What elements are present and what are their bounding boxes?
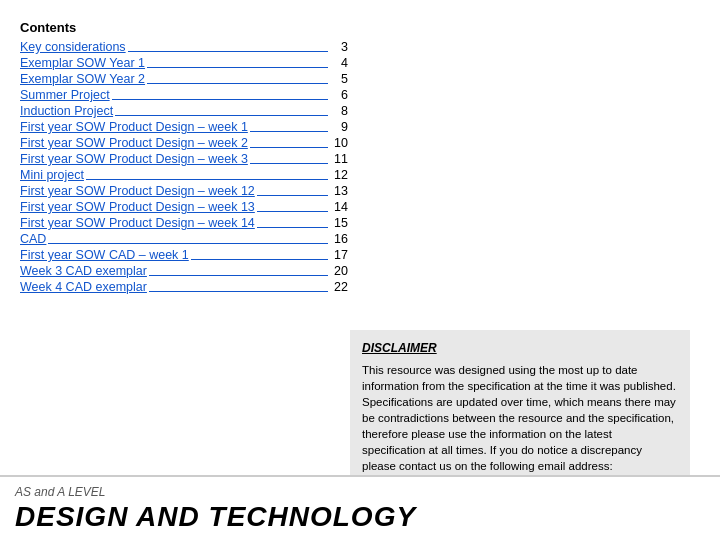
toc-item-cell: Exemplar SOW Year 2 [20,71,330,87]
toc-page-number: 6 [330,87,350,103]
toc-dots [115,115,328,116]
toc-item-cell: Summer Project [20,87,330,103]
toc-row: First year SOW Product Design – week 210 [20,135,350,151]
toc-row: First year SOW Product Design – week 19 [20,119,350,135]
toc-item-cell: Exemplar SOW Year 1 [20,55,330,71]
toc-row: Key considerations3 [20,39,350,55]
toc-page-number: 4 [330,55,350,71]
footer: AS and A LEVEL DESIGN AND TECHNOLOGY [0,475,720,540]
toc-dots [128,51,328,52]
toc-item-cell: First year SOW Product Design – week 1 [20,119,330,135]
toc-link[interactable]: Summer Project [20,88,110,102]
toc-page-number: 16 [330,231,350,247]
toc-page-number: 17 [330,247,350,263]
toc-link[interactable]: Induction Project [20,104,113,118]
toc-dots [257,195,328,196]
toc-page-number: 5 [330,71,350,87]
disclaimer-title: DISCLAIMER [362,340,678,357]
toc-item-cell: Week 4 CAD exemplar [20,279,330,295]
toc-page-number: 13 [330,183,350,199]
toc-link[interactable]: First year SOW Product Design – week 1 [20,120,248,134]
toc-page-number: 11 [330,151,350,167]
toc-link[interactable]: Exemplar SOW Year 1 [20,56,145,70]
toc-item-cell: First year SOW Product Design – week 3 [20,151,330,167]
toc-page-number: 22 [330,279,350,295]
toc-item-cell: Induction Project [20,103,330,119]
toc-link[interactable]: Mini project [20,168,84,182]
toc-dots [191,259,328,260]
toc-row: First year SOW Product Design – week 131… [20,199,350,215]
toc-link[interactable]: CAD [20,232,46,246]
toc-dots [147,67,328,68]
toc-item-cell: First year SOW CAD – week 1 [20,247,330,263]
toc-row: Summer Project6 [20,87,350,103]
toc-item-cell: First year SOW Product Design – week 14 [20,215,330,231]
toc-dots [48,243,328,244]
toc-link[interactable]: Exemplar SOW Year 2 [20,72,145,86]
toc-dots [257,227,328,228]
toc-row: First year SOW Product Design – week 121… [20,183,350,199]
footer-title: DESIGN AND TECHNOLOGY [15,501,705,533]
toc-row: First year SOW Product Design – week 311 [20,151,350,167]
toc-page-number: 9 [330,119,350,135]
toc-item-cell: First year SOW Product Design – week 13 [20,199,330,215]
toc-page-number: 10 [330,135,350,151]
toc-row: Induction Project8 [20,103,350,119]
toc-item-cell: CAD [20,231,330,247]
toc-table: Key considerations3Exemplar SOW Year 14E… [20,39,350,295]
toc-dots [147,83,328,84]
toc-row: Exemplar SOW Year 25 [20,71,350,87]
toc-dots [257,211,328,212]
toc-dots [250,163,328,164]
toc-page-number: 12 [330,167,350,183]
toc-link[interactable]: First year SOW Product Design – week 14 [20,216,255,230]
toc-link[interactable]: Key considerations [20,40,126,54]
toc-page-number: 15 [330,215,350,231]
toc-row: CAD16 [20,231,350,247]
toc-link[interactable]: First year SOW Product Design – week 12 [20,184,255,198]
toc-link[interactable]: First year SOW Product Design – week 13 [20,200,255,214]
toc-dots [250,131,328,132]
toc-link[interactable]: First year SOW Product Design – week 2 [20,136,248,150]
toc-row: Week 4 CAD exemplar22 [20,279,350,295]
disclaimer-body: This resource was designed using the mos… [362,364,676,473]
toc-dots [86,179,328,180]
toc-page-number: 8 [330,103,350,119]
toc-dots [250,147,328,148]
toc-link[interactable]: Week 3 CAD exemplar [20,264,147,278]
toc-page-number: 3 [330,39,350,55]
toc-page-number: 20 [330,263,350,279]
toc-row: First year SOW Product Design – week 141… [20,215,350,231]
main-content: Contents Key considerations3Exemplar SOW… [0,0,720,305]
toc-item-cell: Mini project [20,167,330,183]
toc-link[interactable]: Week 4 CAD exemplar [20,280,147,294]
contents-heading: Contents [20,20,700,35]
toc-link[interactable]: First year SOW CAD – week 1 [20,248,189,262]
toc-dots [112,99,328,100]
toc-row: Mini project12 [20,167,350,183]
toc-item-cell: First year SOW Product Design – week 2 [20,135,330,151]
footer-subtitle: AS and A LEVEL [15,485,705,499]
toc-item-cell: Week 3 CAD exemplar [20,263,330,279]
toc-row: Exemplar SOW Year 14 [20,55,350,71]
toc-dots [149,275,328,276]
toc-item-cell: First year SOW Product Design – week 12 [20,183,330,199]
toc-dots [149,291,328,292]
toc-row: First year SOW CAD – week 117 [20,247,350,263]
toc-row: Week 3 CAD exemplar20 [20,263,350,279]
toc-page-number: 14 [330,199,350,215]
toc-item-cell: Key considerations [20,39,330,55]
toc-link[interactable]: First year SOW Product Design – week 3 [20,152,248,166]
